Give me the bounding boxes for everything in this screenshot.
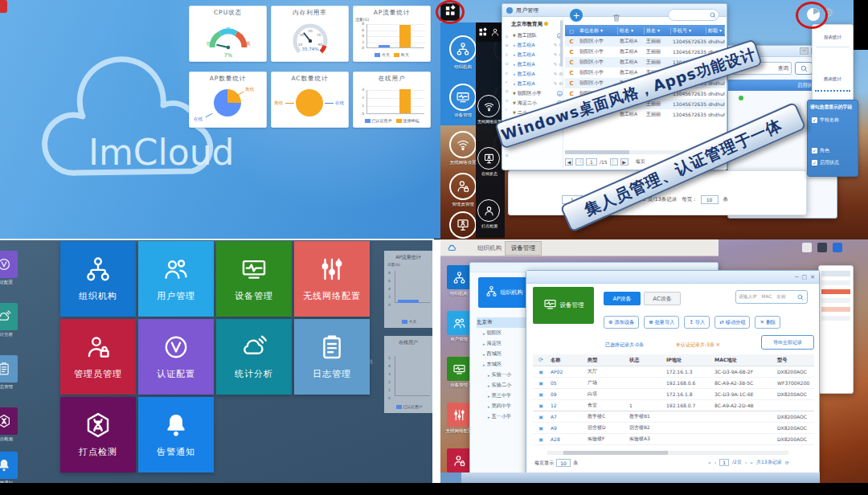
dark-icon-circle[interactable] [477,199,500,222]
first-page-button[interactable]: ◀ [565,158,573,166]
rail-tile-日志管理[interactable] [0,355,18,382]
page-input[interactable]: 1 [719,459,729,466]
row-checkbox[interactable]: ▣ [533,369,549,374]
start-grid-icon[interactable] [478,25,488,40]
link-cell[interactable]: C [565,80,578,87]
taskbar[interactable] [440,472,820,483]
column-header-手机号[interactable]: 手机号 ▾ [671,27,706,35]
search-icon[interactable] [796,289,805,305]
tree-item[interactable]: •教工组A✎⊘ [513,79,563,88]
column-header-组名[interactable]: 组名 ▾ [618,27,645,35]
disable-icon[interactable]: ⊘ [559,81,563,86]
table-row[interactable]: ▣A7教学楼C教学楼B1DX8200AOC [533,411,814,423]
tab-device-active[interactable]: 设备管理 [505,241,542,256]
tab-ap[interactable]: AP设备 [604,292,641,305]
row-checkbox[interactable]: ▣ [533,391,549,397]
edit-icon[interactable]: ✎ [554,81,558,86]
add-node-icon[interactable]: + [557,91,563,96]
tree-item[interactable]: •教工组A✎⊘ [513,50,563,59]
link-cell[interactable]: C [565,49,578,55]
checkbox-checked-icon[interactable]: ✓ [812,160,817,166]
column-header-IP地址[interactable]: IP地址 [665,357,713,364]
scroll-thumb[interactable] [565,150,629,154]
checkbox-checked-icon[interactable]: ✓ [812,148,817,153]
rail-tile-统计分析[interactable] [0,303,18,330]
stats-item[interactable]: 图表统计 [813,54,853,82]
table-row[interactable]: ▣05广场192.168.0.68C-A9-A2-3B-5CWF3700R200 [533,378,814,389]
maximize-button[interactable]: □ [802,274,808,280]
sidebar-item-组织机构[interactable] [447,265,471,289]
index-letter[interactable]: N [506,151,512,160]
tile-认证配置[interactable]: 认证配置 [138,319,214,395]
org-tree-item[interactable]: ▸实验一小 [477,370,533,380]
minimize-button[interactable]: ─ [800,47,809,55]
dark-icon-circle[interactable] [477,147,500,170]
link-cell[interactable]: C [565,70,578,76]
refresh-icon[interactable]: ⟳ [533,357,549,363]
refresh-icon[interactable]: ⟳ [785,460,789,465]
column-header-状态[interactable]: 状态 [628,357,665,364]
column-header-名称[interactable]: 名称 [549,357,586,364]
link-cell[interactable]: C [565,59,578,66]
desktop-icon[interactable] [817,243,827,252]
device-header-tile[interactable]: 设备管理 [533,287,594,324]
tile-打点检测[interactable]: 打点检测 [60,397,136,472]
window-titlebar[interactable]: ─ □ ✕ [526,271,819,284]
per-page-input[interactable]: 10 [701,195,719,204]
first-page-button[interactable]: « [708,460,711,465]
org-tree-item[interactable]: ▸东城区 [477,359,533,370]
org-tree-item[interactable]: ▸五一小学 [477,411,533,422]
delete-button[interactable] [612,10,621,26]
tree-item[interactable]: •教工组A✎⊘ [513,40,563,50]
desktop-icon[interactable] [833,243,842,252]
per-page-select[interactable]: 10 [556,459,571,467]
prev-page-button[interactable]: ‹ [714,460,716,465]
index-letter[interactable]: A [506,32,512,41]
toolbar-button-添加设备[interactable]: ⊕添加设备 [604,316,639,329]
org-tree-item[interactable]: 北京市 [477,317,533,328]
org-tree-item[interactable]: ▸实验二小 [477,380,533,391]
tile-用户管理[interactable]: 用户管理 [138,241,214,317]
index-letter[interactable]: H [506,96,512,105]
index-letter[interactable]: B [506,41,512,50]
table-row[interactable]: ▣09白塔172.16.1.83C-D3-9A-1C-6EDX8200AOC [533,389,814,400]
last-page-button[interactable]: » [750,460,753,465]
tile-组织机构[interactable]: 组织机构 [60,241,136,317]
tree-root[interactable]: 北京市教育局 [511,21,548,28]
edit-icon[interactable]: ✎ [554,43,558,47]
row-checkbox[interactable]: ▣ [533,414,549,419]
sidebar-item-无线网络配置[interactable] [447,403,471,427]
rail-tile-打点检测[interactable] [0,407,18,435]
taskbar-start[interactable] [440,472,461,483]
table-row[interactable]: ▣A9宿舍楼D宿舍楼B2DX8200AOC [533,423,814,434]
column-header-型号[interactable]: 型号 [776,357,814,364]
row-checkbox[interactable]: ▣ [533,436,549,442]
table-row[interactable]: ▣AP02大厅172.16.1.33C-D3-9A-6B-2FDX8200AOC [533,366,814,378]
row-checkbox[interactable]: ▣ [533,425,549,431]
toolbar-button-批量导入[interactable]: ≣批量导入 [644,316,679,329]
column-header-姓名[interactable]: 姓名 ▾ [645,27,671,35]
index-letter[interactable]: D [506,59,512,68]
index-letter[interactable]: G [506,87,512,96]
search-box[interactable] [668,9,719,21]
table-row[interactable]: ▣A28实验楼F实验楼A3DX8200AOC [533,434,814,445]
table-row[interactable]: C朝阳区小学教工组A王丽丽13045672635dhdhuhk@ [565,36,725,47]
edit-icon[interactable]: ✎ [554,62,558,67]
search-box[interactable]: 请输入IP、MAC、名称 [735,290,808,304]
org-tree-item[interactable]: ▸第四中学 [477,401,533,411]
h-scrollbar[interactable] [547,451,788,455]
org-tree-item[interactable]: ▸朝阳区 [477,328,533,338]
tree-item[interactable]: ▼教工团队+ [513,31,563,40]
index-letter[interactable]: I [506,105,512,114]
org-header-tile[interactable]: 组织机构 [478,277,530,308]
search-icon[interactable] [709,7,717,22]
org-tree-item[interactable]: ▸西城区 [477,349,533,359]
column-header-MAC地址[interactable]: MAC地址 [713,357,776,364]
tab-ac[interactable]: AC设备 [644,292,681,305]
edit-icon[interactable]: ✎ [554,52,558,57]
page-input[interactable]: 1 [586,158,597,166]
next-page-button[interactable]: 〉 [610,158,618,166]
index-letter[interactable]: E [506,69,512,78]
link-cell[interactable]: C [565,39,578,45]
tile-日志管理[interactable]: 日志管理 [294,319,370,395]
